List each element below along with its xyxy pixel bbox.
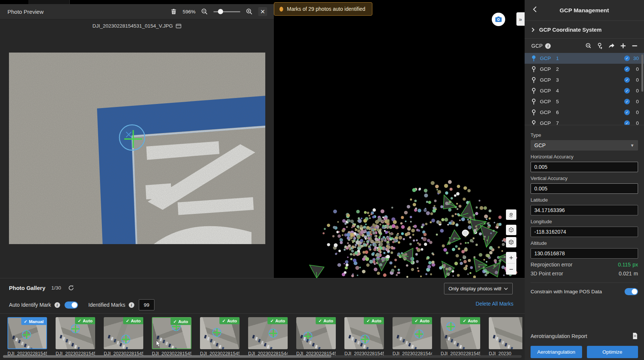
point-cloud-canvas[interactable]: [274, 0, 525, 278]
field-input[interactable]: [531, 162, 638, 172]
gcp-list-scrollbar[interactable]: [641, 54, 643, 92]
collapse-panel-button[interactable]: »: [516, 12, 525, 26]
point-error-value: 0.021: [619, 271, 632, 277]
thumbnail-gcp-marker: [445, 321, 456, 332]
photo-thumbnail[interactable]: ✓Manual DJI_202302281545...: [7, 317, 47, 356]
auto-identify-info-icon[interactable]: i: [54, 302, 60, 308]
delete-mark-button[interactable]: [169, 7, 178, 16]
view-zoom-out-button[interactable]: −: [506, 263, 516, 275]
photo-thumbnail[interactable]: ✓Auto DJI_202302281545...: [104, 317, 143, 356]
gcp-list-item[interactable]: GCP5 ✓ 0: [525, 96, 644, 107]
form-field: Horizontal Accuracy: [531, 154, 638, 172]
constrain-toggle[interactable]: [625, 288, 638, 295]
view-zoom-in-button[interactable]: +: [506, 252, 516, 263]
field-input[interactable]: [531, 183, 638, 194]
identified-marks-input[interactable]: [139, 299, 154, 310]
thumbnail-badge: ✓Auto: [412, 317, 432, 324]
gallery-scrollbar[interactable]: [3, 355, 522, 358]
photo-thumbnail[interactable]: ✓Auto DJI_202302281545...: [152, 317, 191, 356]
check-icon: ✓: [366, 318, 370, 323]
type-label: Type: [531, 132, 638, 138]
gcp-list-item[interactable]: GCP2 ✓ 0: [525, 64, 644, 75]
photo-filename-row: DJI_20230228154531_0154_V.JPG: [0, 23, 274, 29]
gcp-info-icon[interactable]: i: [545, 43, 551, 49]
cube-solid-button[interactable]: [506, 237, 516, 247]
photo-filter-dropdown[interactable]: Only display photos with C: [444, 283, 513, 294]
photo-thumbnail[interactable]: ✓Auto DJI_202302281544...: [248, 317, 288, 356]
thumbnail-image: ✓Auto: [200, 317, 240, 349]
caret-down-icon: ▼: [630, 143, 634, 148]
gcp-list-item[interactable]: GCP3 ✓ 0: [525, 75, 644, 85]
constrain-row: Constrain with Image POS Data: [531, 282, 638, 295]
file-icon[interactable]: [176, 23, 181, 29]
thumbnail-badge: ✓Auto: [268, 317, 288, 324]
auto-identify-toggle[interactable]: [65, 301, 78, 309]
form-field: Longitude: [531, 219, 638, 237]
thumbnail-badge: ✓Auto: [460, 317, 480, 324]
chevron-left-icon: [533, 6, 537, 13]
thumbnail-image: [489, 317, 522, 349]
photo-thumbnail[interactable]: ✓Auto DJI_202302281545...: [200, 317, 240, 356]
thumbnail-badge: ✓Auto: [171, 318, 191, 325]
check-badge-icon: ✓: [624, 120, 630, 125]
pin-gcp-button[interactable]: [596, 42, 604, 50]
app-window: Photo Preview 596% ✕ DJI_20: [0, 0, 644, 360]
auto-identify-toast: Marks of 29 photos auto identified: [274, 2, 372, 16]
type-select[interactable]: GCP ▼: [531, 140, 638, 151]
check-icon: ✓: [270, 318, 274, 323]
back-button[interactable]: [531, 5, 539, 13]
field-input[interactable]: [531, 227, 638, 237]
gallery-scrollbar-thumb[interactable]: [3, 355, 331, 358]
pin-locate-icon: [597, 42, 603, 49]
photo-thumbnail[interactable]: ✓Auto DJI_202302281545...: [56, 317, 95, 356]
gcp-list-item[interactable]: GCP4 ✓ 0: [525, 85, 644, 96]
photo-image: [9, 53, 265, 244]
optimize-button[interactable]: Optimize: [587, 346, 638, 358]
gcp-list-item[interactable]: GCP7 ✓ 0: [525, 118, 644, 125]
check-badge-icon: ✓: [624, 56, 630, 61]
cube-wireframe-button[interactable]: [506, 225, 516, 235]
form-field: Latitude: [531, 197, 638, 215]
field-input[interactable]: [531, 248, 638, 259]
point-cloud-viewport[interactable]: » + −: [274, 0, 525, 278]
gcp-pin-icon: [531, 88, 536, 94]
aerotriangulation-button[interactable]: Aerotriangulation: [531, 346, 582, 358]
camera-view-button[interactable]: [492, 13, 505, 26]
chevron-right-icon: [531, 27, 535, 32]
orbit-view-button[interactable]: [506, 209, 516, 220]
identified-marks-info-icon[interactable]: i: [129, 302, 134, 308]
type-value: GCP: [534, 142, 545, 148]
field-input[interactable]: [531, 205, 638, 215]
gcp-coordinate-system-row[interactable]: GCP Coordinate System: [525, 21, 644, 39]
check-icon: ✓: [222, 318, 226, 323]
gallery-title: Photo Gallery: [9, 285, 46, 291]
gcp-list-item[interactable]: GCP1 ✓ 30: [525, 53, 644, 64]
photo-thumbnail[interactable]: ✓Auto DJI_202302281544...: [393, 317, 432, 356]
locate-gcp-button[interactable]: [584, 42, 593, 50]
zoom-slider-knob[interactable]: [218, 9, 223, 14]
export-gcp-button[interactable]: [607, 42, 616, 50]
photo-thumbnail[interactable]: DJI_20230: [489, 317, 522, 356]
gcp-list-item[interactable]: GCP6 ✓ 0: [525, 107, 644, 118]
trash-icon: [171, 9, 176, 15]
gcp-pin-icon: [531, 55, 536, 62]
check-badge-icon: ✓: [624, 110, 630, 115]
zoom-out-button[interactable]: [200, 7, 209, 16]
zoom-in-button[interactable]: [245, 7, 253, 16]
photo-thumbnail[interactable]: ✓Auto DJI_202302281545...: [344, 317, 384, 356]
gcp-mark: [119, 125, 145, 150]
thumbnail-gcp-marker: [359, 334, 371, 345]
cube-outline-icon: [508, 227, 514, 233]
delete-all-marks-link[interactable]: Delete All Marks: [476, 301, 513, 307]
add-gcp-button[interactable]: [619, 42, 627, 50]
refresh-button[interactable]: [67, 284, 75, 292]
remove-gcp-button[interactable]: [631, 42, 639, 50]
zoom-slider[interactable]: [213, 9, 240, 14]
report-document-icon[interactable]: [632, 332, 638, 340]
photo-canvas[interactable]: [9, 53, 265, 244]
photo-thumbnail[interactable]: ✓Auto DJI_202302281545...: [296, 317, 336, 356]
photo-thumbnail[interactable]: ✓Auto DJI_202302281545...: [441, 317, 480, 356]
thumbnail-badge: ✓Auto: [219, 317, 240, 324]
thumbnail-gcp-marker: [302, 331, 313, 342]
close-photo-preview-button[interactable]: ✕: [258, 7, 267, 16]
